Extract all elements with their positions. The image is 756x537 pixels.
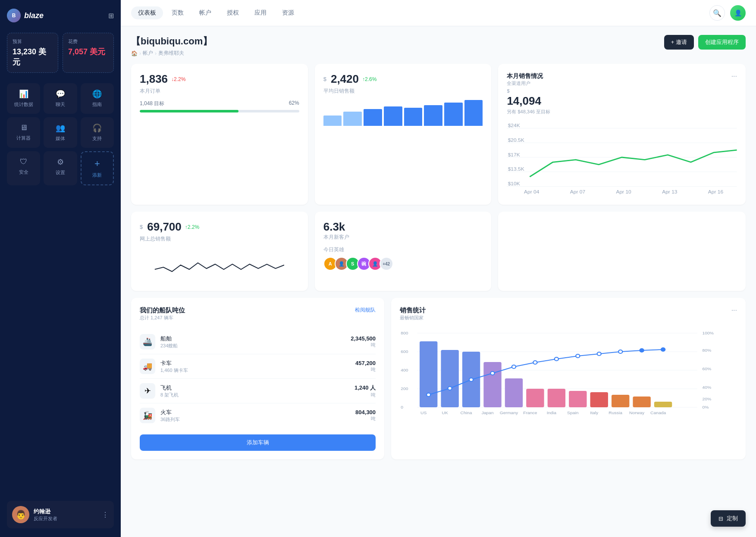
svg-text:0%: 0% <box>702 405 709 409</box>
fleet-info-planes: 飞机 8 架飞机 <box>160 384 349 398</box>
monthly-more-btn[interactable]: ··· <box>731 72 737 80</box>
fleet-info-ships: 船舶 234艘船 <box>160 335 345 349</box>
monthly-title: 本月销售情况 <box>507 72 543 80</box>
tab-resources[interactable]: 资源 <box>275 6 301 19</box>
page-content: 【biqubiqu.com】 🏠 › 帐户 › 奥弗维耶夫 + 邀请 创建应用程… <box>121 26 756 537</box>
sidebar-item-chat[interactable]: 💬 聊天 <box>44 83 77 114</box>
fleet-amount-trucks: 457,200 吨 <box>355 360 376 373</box>
fleet-unit-planes: 吨 <box>354 392 376 398</box>
svg-point-32 <box>576 354 580 358</box>
tab-dashboard[interactable]: 仪表板 <box>131 6 163 19</box>
svg-text:Germany: Germany <box>500 411 518 415</box>
add-vehicle-button[interactable]: 添加车辆 <box>140 434 376 451</box>
top-nav: 仪表板 页数 帐户 授权 应用 资源 🔍 👤 <box>121 0 756 26</box>
fleet-link[interactable]: 检阅舰队 <box>355 306 376 314</box>
fleet-value-planes: 1,240 人 <box>354 384 376 392</box>
svg-text:Italy: Italy <box>590 411 598 415</box>
tab-pages[interactable]: 页数 <box>165 6 191 19</box>
avatar: 👨 <box>12 506 29 523</box>
sales-more-btn[interactable]: ··· <box>731 306 737 314</box>
bar-Norway <box>633 397 651 407</box>
logo-text: blaze <box>24 11 44 20</box>
svg-point-31 <box>555 357 558 361</box>
fleet-name-planes: 飞机 <box>160 384 349 392</box>
sidebar-item-calc[interactable]: 🖥 计算器 <box>7 117 40 148</box>
svg-text:60%: 60% <box>702 367 711 371</box>
guide-icon: 🌐 <box>92 89 102 99</box>
calc-icon: 🖥 <box>20 123 28 132</box>
customize-label: 定制 <box>727 515 738 522</box>
user-avatar-nav[interactable]: 👤 <box>730 5 746 21</box>
sidebar-item-support[interactable]: 🎧 支持 <box>81 117 114 148</box>
media-icon: 👥 <box>56 123 65 133</box>
bar-Italy <box>590 392 608 407</box>
sidebar-item-settings[interactable]: ⚙ 设置 <box>44 151 77 185</box>
truck-icon: 🚚 <box>140 359 155 374</box>
total-sales-card: $ 69,700 ↑2.2% 网上总销售额 <box>131 212 308 291</box>
sidebar-item-stats[interactable]: 📊 统计数据 <box>7 83 40 114</box>
fleet-card: 我们的船队吨位 总计 1,247 辆车 检阅舰队 🚢 船舶 234艘船 2,34… <box>131 298 384 459</box>
sidebar-settings-icon[interactable]: ⊞ <box>108 12 114 20</box>
svg-point-35 <box>640 349 644 352</box>
svg-text:100%: 100% <box>702 331 714 335</box>
progress-pct: 62% <box>289 100 299 107</box>
bar-UK <box>441 350 459 407</box>
add-icon: + <box>94 158 100 169</box>
fleet-count-trains: 36路列车 <box>160 416 350 423</box>
invite-button[interactable]: + 邀请 <box>664 35 694 50</box>
user-menu-icon[interactable]: ⋮ <box>102 511 109 519</box>
avg-sales-header: $ 2,420 ↑2.6% <box>323 72 483 86</box>
sidebar: B blaze ⊞ 预算 13,230 美元 花费 7,057 美元 📊 统计数… <box>0 0 121 537</box>
avg-sales-change: ↑2.6% <box>362 76 376 82</box>
sidebar-item-media[interactable]: 👥 媒体 <box>44 117 77 148</box>
breadcrumb-home-icon: 🏠 <box>131 50 138 56</box>
fleet-value-trucks: 457,200 <box>355 360 376 366</box>
svg-text:0: 0 <box>401 405 403 409</box>
fleet-name-trains: 火车 <box>160 409 350 416</box>
bar-US <box>420 341 437 407</box>
dollar-prefix: $ <box>323 76 326 82</box>
support-icon: 🎧 <box>92 123 102 133</box>
svg-text:Japan: Japan <box>482 411 494 415</box>
budget-label: 预算 <box>13 38 53 45</box>
logo-icon: B <box>7 9 21 22</box>
svg-text:$20.5K: $20.5K <box>508 138 525 143</box>
search-button[interactable]: 🔍 <box>709 5 725 21</box>
create-app-button[interactable]: 创建应用程序 <box>698 35 746 50</box>
orders-label: 本月订单 <box>140 87 299 95</box>
svg-point-34 <box>618 350 622 353</box>
sidebar-item-add[interactable]: + 添新 <box>81 151 114 185</box>
avg-sales-label: 平均日销售额 <box>323 87 483 95</box>
svg-text:200: 200 <box>401 387 408 391</box>
tab-apps[interactable]: 应用 <box>248 6 273 19</box>
total-sales-change: ↑2.2% <box>185 224 199 230</box>
svg-point-36 <box>661 348 665 351</box>
bar-Japan <box>483 362 501 407</box>
sales-title: 销售统计 <box>400 306 426 315</box>
progress-header: 1,048 目标 62% <box>140 100 299 107</box>
fleet-unit-trains: 吨 <box>355 415 376 422</box>
new-customers-value: 6.3k <box>323 220 483 234</box>
svg-text:France: France <box>523 411 537 415</box>
sidebar-item-guide[interactable]: 🌐 指南 <box>81 83 114 114</box>
sidebar-item-security[interactable]: 🛡 安全 <box>7 151 40 185</box>
total-sales-value: 69,700 <box>147 220 182 234</box>
monthly-sales-card: 本月销售情况 全渠道用户 ··· $ 14,094 另有 $48,346 至目标 <box>498 64 746 205</box>
tab-auth[interactable]: 授权 <box>220 6 246 19</box>
expense-card: 花费 7,057 美元 <box>63 33 114 73</box>
chat-icon: 💬 <box>56 89 65 99</box>
tab-account[interactable]: 帐户 <box>192 6 218 19</box>
breadcrumb-account: 帐户 <box>143 50 153 57</box>
fleet-unit-ships: 吨 <box>351 342 376 348</box>
avg-sales-value: 2,420 <box>331 72 359 86</box>
bar-5 <box>404 108 423 126</box>
user-section: 👨 约翰逊 反应开发者 ⋮ <box>7 501 114 528</box>
sidebar-item-security-label: 安全 <box>19 169 28 175</box>
svg-text:Norway: Norway <box>629 411 644 415</box>
customize-button[interactable]: ⊟ 定制 <box>711 510 746 527</box>
sidebar-item-guide-label: 指南 <box>92 101 102 108</box>
train-icon: 🚂 <box>140 408 155 423</box>
page-actions: + 邀请 创建应用程序 <box>664 35 746 50</box>
svg-point-27 <box>469 378 473 381</box>
budget-section: 预算 13,230 美元 花费 7,057 美元 <box>7 33 114 73</box>
